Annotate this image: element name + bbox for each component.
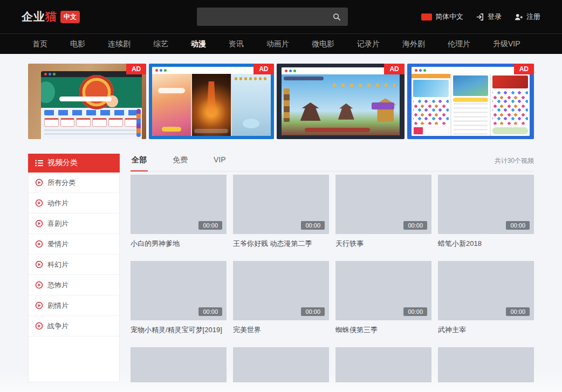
video-thumbnail[interactable]: 00:00: [335, 347, 431, 382]
language-label: 简体中文: [435, 12, 463, 22]
search-input[interactable]: [197, 8, 325, 26]
mock-purple-banner: [372, 102, 394, 109]
nav-item[interactable]: 升级VIP: [493, 39, 520, 49]
mock-browser-window: [282, 67, 400, 135]
mock-pond: [243, 119, 260, 128]
video-card[interactable]: 00:00 王爷你好贱 动态漫第二季: [233, 175, 329, 249]
video-card[interactable]: 00:00 宠物小精灵/精灵宝可梦[2019]: [131, 261, 227, 335]
category-sidebar: 视频分类 所有分类: [28, 154, 120, 382]
video-card[interactable]: 00:00 蜡笔小新2018: [438, 175, 534, 249]
tabs: 全部 免费 VIP: [131, 154, 251, 171]
play-circle-icon: [35, 322, 43, 330]
category-label: 剧情片: [47, 301, 68, 311]
category-item[interactable]: 所有分类: [29, 173, 119, 193]
mock-app-icon-grid: [413, 100, 449, 125]
video-card[interactable]: 00:00 武神主宰: [438, 261, 534, 335]
video-thumbnail[interactable]: 00:00: [438, 175, 534, 234]
category-label: 动作片: [47, 198, 68, 208]
play-circle-icon: [35, 199, 43, 207]
play-circle-icon: [35, 240, 43, 248]
ad-banner-row: AD AD: [0, 54, 562, 139]
mock-header-strip: [412, 74, 450, 78]
header-actions: 简体中文 登录 注册: [421, 12, 540, 22]
tab[interactable]: VIP: [213, 154, 227, 171]
mock-list-lines: [454, 103, 488, 135]
flag-cn-icon: [421, 13, 432, 20]
ad-banner-4[interactable]: AD: [407, 64, 534, 139]
category-item[interactable]: 剧情片: [29, 295, 119, 316]
video-title: 小白的男神爹地: [131, 239, 227, 249]
category-label: 科幻片: [47, 260, 68, 270]
video-title: 宠物小精灵/精灵宝可梦[2019]: [131, 325, 227, 335]
category-item[interactable]: 战争片: [29, 316, 119, 336]
site-logo[interactable]: 企业猫 中文: [22, 9, 80, 24]
mock-carpet: [305, 128, 370, 132]
video-title: 完美世界: [233, 325, 329, 335]
category-item[interactable]: 科幻片: [29, 255, 119, 275]
mock-pagoda: [300, 102, 321, 121]
traffic-dots: [152, 67, 270, 74]
category-item[interactable]: 爱情片: [29, 234, 119, 255]
video-thumbnail[interactable]: 00:00: [233, 261, 329, 320]
video-thumbnail[interactable]: 00:00: [438, 261, 534, 320]
page-body: AD AD: [0, 54, 562, 392]
video-card[interactable]: 00:00 天行轶事: [335, 175, 431, 249]
search-icon: [333, 13, 341, 21]
nav-item[interactable]: 首页: [32, 39, 47, 49]
video-card[interactable]: 00:00: [438, 347, 534, 382]
category-item[interactable]: 恐怖片: [29, 275, 119, 295]
video-thumbnail[interactable]: 00:00: [233, 347, 329, 382]
category-item[interactable]: 动作片: [29, 193, 119, 214]
mock-search-pill: [59, 97, 112, 101]
video-thumbnail[interactable]: 00:00: [131, 175, 227, 234]
ad-banner-1[interactable]: AD: [28, 64, 146, 139]
nav-item[interactable]: 记录片: [357, 39, 380, 49]
duration-badge: 00:00: [198, 307, 222, 316]
nav-item[interactable]: 海外剧: [402, 39, 425, 49]
nav-item[interactable]: 资讯: [229, 39, 244, 49]
tab[interactable]: 全部: [131, 154, 148, 171]
category-item[interactable]: 喜剧片: [29, 214, 119, 234]
nav-item[interactable]: 动画片: [266, 39, 289, 49]
video-card[interactable]: 00:00 完美世界: [233, 261, 329, 335]
duration-badge: 00:00: [403, 221, 427, 230]
video-thumbnail[interactable]: 00:00: [131, 347, 227, 382]
video-card[interactable]: 00:00 小白的男神爹地: [131, 175, 227, 249]
search-button[interactable]: [325, 8, 348, 26]
nav-item[interactable]: 伦理片: [448, 39, 470, 49]
duration-badge: 00:00: [301, 221, 325, 230]
play-circle-icon: [35, 178, 43, 187]
duration-badge: 00:00: [506, 307, 530, 316]
mock-flame: [207, 81, 216, 115]
ad-banner-3[interactable]: AD: [277, 64, 405, 139]
nav-item[interactable]: 连续剧: [108, 39, 131, 49]
login-link[interactable]: 登录: [476, 12, 502, 22]
category-list: 所有分类 动作片: [29, 173, 119, 336]
video-card[interactable]: 00:00: [335, 347, 431, 382]
nav-item[interactable]: 电影: [70, 39, 85, 49]
tabs-row: 全部 免费 VIP 共计30个视频: [131, 154, 534, 171]
register-icon: [515, 13, 523, 21]
ad-banner-2[interactable]: AD: [149, 64, 273, 139]
total-count: 共计30个视频: [495, 154, 534, 166]
mock-hud-bar: [194, 129, 228, 133]
traffic-dots: [282, 67, 400, 74]
video-thumbnail[interactable]: 00:00: [131, 261, 227, 320]
video-thumbnail[interactable]: 00:00: [335, 261, 431, 320]
nav-item[interactable]: 动漫: [191, 39, 206, 49]
video-thumbnail[interactable]: 00:00: [233, 175, 329, 234]
nav-item[interactable]: 微电影: [312, 39, 334, 49]
duration-badge: 00:00: [403, 307, 427, 316]
video-card[interactable]: 00:00 蜘蛛侠第三季: [335, 261, 431, 335]
nav-item[interactable]: 综艺: [153, 39, 168, 49]
video-card[interactable]: 00:00: [233, 347, 329, 382]
register-link[interactable]: 注册: [515, 12, 540, 22]
mock-screenshot-columns: [152, 74, 270, 136]
video-grid: 00:00 小白的男神爹地 00:00 王爷你好贱 动态漫第二季 0: [131, 175, 534, 382]
video-thumbnail[interactable]: 00:00: [335, 175, 431, 234]
video-thumbnail[interactable]: 00:00: [438, 347, 534, 382]
language-link[interactable]: 简体中文: [421, 12, 463, 22]
tab[interactable]: 免费: [172, 154, 189, 171]
video-card[interactable]: 00:00: [131, 347, 227, 382]
main-nav: 首页 电影 连续剧 综艺 动漫 资讯 动画片 微电影 记录片 海外剧 伦理片 升…: [0, 33, 562, 54]
